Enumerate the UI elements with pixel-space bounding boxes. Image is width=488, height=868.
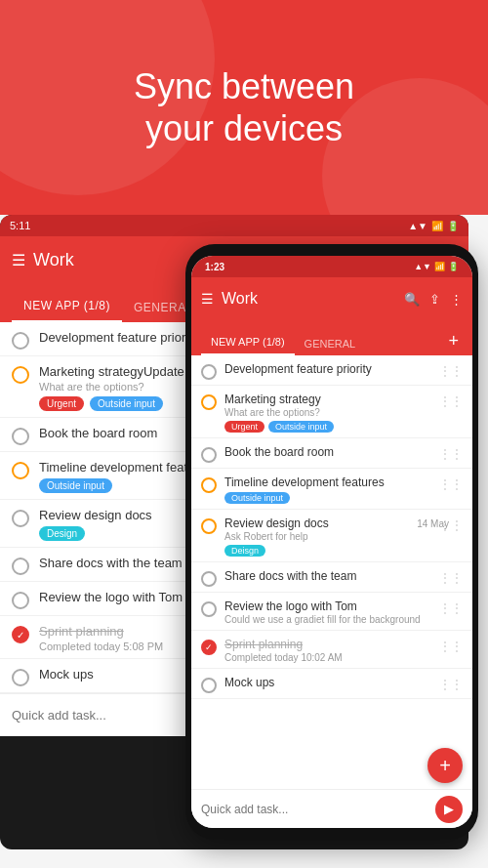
phone-task-checkbox[interactable]: [201, 477, 217, 493]
list-item: Marketing strategy What are the options?…: [191, 386, 472, 438]
phone-drag-handle[interactable]: ⋮⋮: [439, 678, 463, 691]
phone-fab-icon: +: [439, 755, 451, 777]
phone-quick-add-send[interactable]: ▶: [435, 796, 463, 823]
phone-task-title: Book the board room: [224, 445, 435, 459]
task-checkbox[interactable]: [12, 366, 29, 384]
tablet-menu-icon[interactable]: ☰: [12, 251, 25, 269]
phone-tag-outside: Outside input: [268, 421, 334, 433]
phone-tab-add[interactable]: +: [444, 327, 463, 355]
tag-outside-input: Outside input: [39, 478, 112, 493]
phone-drag-handle[interactable]: ⋮⋮: [439, 640, 463, 653]
list-item: Timeline development features Outside in…: [191, 469, 472, 510]
phone-task-subtitle: What are the options?: [224, 407, 435, 418]
phone-task-checkbox[interactable]: [201, 571, 217, 587]
phone-task-content: Mock ups: [224, 676, 435, 689]
phone-status-bar: 1:23 ▲▼📶🔋: [191, 256, 472, 277]
phone-drag-handle[interactable]: ⋮⋮: [439, 394, 463, 408]
phone-task-subtitle: Could we use a gradiet fill for the back…: [224, 614, 435, 625]
phone-task-checkbox[interactable]: [201, 394, 217, 410]
phone-task-content: Development feature priority: [224, 362, 435, 376]
list-item: Development feature priority ⋮⋮: [191, 355, 472, 386]
phone-task-title: Review design docs: [224, 517, 435, 530]
phone-fab-button[interactable]: +: [427, 748, 463, 783]
hero-section: Sync between your devices: [0, 0, 488, 215]
tag-urgent: Urgent: [39, 396, 84, 411]
phone-tab-general[interactable]: GENERAL: [295, 332, 366, 355]
phone-mockup: 1:23 ▲▼📶🔋 ☰ Work 🔍 ⇪ ⋮ NEW APP (1/8) GEN…: [185, 244, 478, 840]
phone-task-content: Review design docs Ask Robert for help D…: [224, 517, 435, 557]
phone-more-icon[interactable]: ⋮: [450, 292, 463, 307]
phone-task-content: Sprint planning Completed today 10:02 AM: [224, 638, 435, 663]
phone-quick-add-input[interactable]: [201, 803, 435, 816]
tablet-status-bar: 5:11 ▲▼ 📶 🔋: [0, 215, 468, 236]
phone-task-title: Review the logo with Tom: [224, 599, 435, 613]
phone-tag-design: Deisgn: [224, 545, 265, 557]
list-item: Share docs with the team ⋮⋮: [191, 562, 472, 593]
phone-task-title: Sprint planning: [224, 638, 435, 651]
tablet-time: 5:11: [10, 220, 30, 231]
list-item: Book the board room ⋮⋮: [191, 438, 472, 469]
task-checkbox[interactable]: [12, 592, 29, 609]
phone-drag-handle[interactable]: ⋮⋮: [439, 601, 463, 615]
list-item: Review the logo with Tom Could we use a …: [191, 593, 472, 631]
phone-task-tags: Urgent Outside input: [224, 421, 435, 433]
phone-send-icon: ▶: [444, 802, 454, 816]
phone-task-tags: Deisgn: [224, 545, 435, 557]
list-item: ✓ Sprint planning Completed today 10:02 …: [191, 631, 472, 669]
list-item: Mock ups ⋮⋮: [191, 669, 472, 699]
phone-app-header: ☰ Work 🔍 ⇪ ⋮: [191, 277, 472, 320]
phone-tab-newapp[interactable]: NEW APP (1/8): [201, 330, 295, 355]
phone-search-icon[interactable]: 🔍: [404, 292, 420, 307]
phone-status-icons: ▲▼📶🔋: [414, 262, 459, 271]
phone-drag-handle[interactable]: ⋮⋮: [439, 571, 463, 585]
phone-tag-outside: Outside input: [224, 492, 290, 504]
tag-outside-input: Outside input: [90, 396, 163, 411]
task-checkbox[interactable]: ✓: [12, 626, 29, 643]
phone-task-content: Share docs with the team: [224, 569, 435, 583]
phone-tabs-bar: NEW APP (1/8) GENERAL +: [191, 320, 472, 355]
phone-task-checkbox[interactable]: [201, 447, 217, 463]
phone-quick-add-bar: ▶: [191, 789, 472, 828]
task-checkbox[interactable]: [12, 428, 29, 445]
phone-drag-handle[interactable]: ⋮⋮: [439, 447, 463, 461]
task-checkbox[interactable]: [12, 669, 29, 686]
task-checkbox[interactable]: [12, 510, 29, 527]
phone-task-checkbox[interactable]: [201, 601, 217, 617]
phone-task-title: Share docs with the team: [224, 569, 435, 583]
task-checkbox[interactable]: [12, 558, 29, 575]
phone-task-checkbox[interactable]: ✓: [201, 640, 217, 655]
task-checkbox[interactable]: [12, 462, 29, 479]
phone-task-subtitle: Completed today 10:02 AM: [224, 652, 435, 663]
phone-task-date: 14 May: [417, 518, 449, 529]
phone-inner: 1:23 ▲▼📶🔋 ☰ Work 🔍 ⇪ ⋮ NEW APP (1/8) GEN…: [191, 256, 472, 828]
phone-task-title: Mock ups: [224, 676, 435, 689]
phone-task-title: Timeline development features: [224, 475, 435, 489]
tablet-status-icons: ▲▼ 📶 🔋: [408, 221, 459, 231]
phone-task-content: Marketing strategy What are the options?…: [224, 393, 435, 433]
task-checkbox[interactable]: [12, 332, 29, 350]
phone-task-checkbox[interactable]: [201, 364, 217, 380]
phone-header-icons: 🔍 ⇪ ⋮: [404, 292, 463, 307]
hero-title: Sync between your devices: [134, 65, 354, 149]
phone-share-icon[interactable]: ⇪: [429, 292, 440, 307]
phone-task-title: Marketing strategy: [224, 393, 435, 406]
phone-drag-handle[interactable]: ⋮⋮: [439, 477, 463, 491]
phone-task-content: Review the logo with Tom Could we use a …: [224, 599, 435, 625]
phone-task-title: Development feature priority: [224, 362, 435, 376]
phone-header-title: Work: [222, 290, 396, 308]
phone-task-checkbox[interactable]: [201, 518, 217, 534]
phone-task-tags: Outside input: [224, 492, 435, 504]
phone-tag-urgent: Urgent: [224, 421, 264, 433]
phone-task-list: Development feature priority ⋮⋮ Marketin…: [191, 355, 472, 789]
phone-menu-icon[interactable]: ☰: [201, 291, 214, 307]
phone-task-content: Timeline development features Outside in…: [224, 475, 435, 504]
phone-time: 1:23: [205, 262, 224, 272]
list-item: Review design docs Ask Robert for help D…: [191, 510, 472, 562]
phone-task-subtitle: Ask Robert for help: [224, 531, 435, 542]
devices-area: 5:11 ▲▼ 📶 🔋 ☰ Work 🔍 ⇪ ⋮ NEW APP (1/8) G…: [0, 215, 488, 868]
phone-drag-handle[interactable]: ⋮⋮: [439, 364, 463, 378]
phone-task-checkbox[interactable]: [201, 678, 217, 693]
tablet-tab-newapp[interactable]: NEW APP (1/8): [12, 291, 122, 322]
phone-task-content: Book the board room: [224, 445, 435, 459]
tag-design: Design: [39, 526, 85, 541]
